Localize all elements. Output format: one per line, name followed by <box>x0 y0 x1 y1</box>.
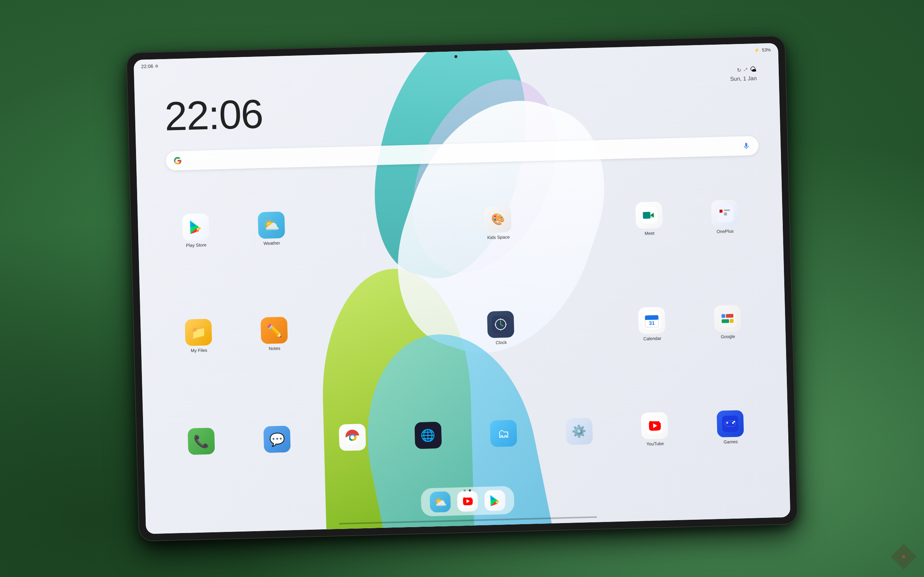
messages-icon: 💬 <box>263 426 291 453</box>
svg-rect-23 <box>722 416 738 432</box>
oneplus-icon <box>711 200 738 227</box>
youtube-icon <box>641 412 668 440</box>
weather-label: Weather <box>263 240 280 246</box>
empty-slot-5 <box>388 278 463 382</box>
weather-widget[interactable]: ↻ -° 🌤 Sun, 1 Jan <box>730 66 757 82</box>
status-right: ⚡ 53% <box>754 47 771 53</box>
empty-slot-4 <box>312 280 387 384</box>
youtube-label: YouTube <box>646 441 664 446</box>
tablet-screen: 22:06 ⚙ ⚡ 53% 22:06 ↻ -° 🌤 Sun, 1 Jan <box>133 43 790 534</box>
settings-icon: ⚙️ <box>565 418 593 445</box>
app-messages[interactable]: 💬 <box>239 387 315 491</box>
weather-date: Sun, 1 Jan <box>730 75 756 82</box>
play-store-label: Play Store <box>186 242 207 248</box>
empty-slot-2 <box>385 172 460 277</box>
svg-rect-13 <box>719 309 737 328</box>
my-files-icon: 📁 <box>185 319 212 346</box>
dock-youtube[interactable] <box>457 490 478 512</box>
battery-percent: 53% <box>762 47 771 53</box>
weather-temp: -° <box>744 67 748 73</box>
kids-space-label: Kids Space <box>487 234 510 240</box>
svg-rect-17 <box>730 319 733 323</box>
svg-text:31: 31 <box>649 320 655 326</box>
app-play-store[interactable]: Play Store <box>158 179 234 283</box>
svg-rect-15 <box>726 314 733 318</box>
google-icon <box>714 305 741 332</box>
dock-weather[interactable]: ⛅ <box>430 491 451 513</box>
svg-rect-16 <box>722 319 729 323</box>
app-phone[interactable]: 📞 <box>164 389 239 493</box>
page-dot-1 <box>464 490 466 492</box>
svg-rect-14 <box>722 314 725 318</box>
weather-icon: ⛅ <box>258 211 285 239</box>
empty-slot-6 <box>539 274 614 378</box>
my-files-label: My Files <box>191 348 207 353</box>
oneplus-label: OnePlus <box>717 228 733 234</box>
weather-row: ↻ -° 🌤 <box>730 66 756 74</box>
status-time: 22:06 <box>141 63 153 69</box>
dock-weather-icon: ⛅ <box>430 491 451 513</box>
app-weather[interactable]: ⛅ Weather <box>234 177 309 281</box>
play-store-icon <box>182 213 210 241</box>
weather-refresh-icon: ↻ <box>737 67 741 73</box>
svg-rect-4 <box>724 210 730 211</box>
watermark <box>891 544 917 570</box>
page-dot-2 <box>468 490 471 492</box>
svg-rect-5 <box>724 213 727 215</box>
calendar-label: Calendar <box>643 336 661 341</box>
app-oneplus[interactable]: OnePlus <box>687 165 762 269</box>
google-label: Google <box>721 334 735 340</box>
clock-label: Clock <box>496 340 507 345</box>
chrome-icon <box>339 424 366 451</box>
app-my-files[interactable]: 📁 My Files <box>161 284 237 388</box>
dock-youtube-icon <box>457 490 478 512</box>
files-icon: 🗂 <box>490 420 517 447</box>
app-google[interactable]: Google <box>690 270 766 374</box>
app-meet[interactable]: Meet <box>612 167 687 271</box>
notes-label: Notes <box>269 346 281 351</box>
watermark-dot <box>902 555 905 558</box>
svg-rect-3 <box>719 210 722 213</box>
bluetooth-icon: ⚡ <box>754 48 759 53</box>
mic-icon[interactable] <box>741 141 751 151</box>
dock-playstore-icon <box>484 490 505 511</box>
kids-space-icon: 🎨 <box>484 205 512 233</box>
clock-widget: 22:06 <box>164 93 263 137</box>
app-youtube[interactable]: YouTube <box>617 377 693 482</box>
clock-time-display: 22:06 <box>164 93 263 137</box>
onedot-icon: 🌐 <box>414 422 442 449</box>
tablet-device: 22:06 ⚙ ⚡ 53% 22:06 ↻ -° 🌤 Sun, 1 Jan <box>127 36 797 541</box>
dock-playstore[interactable] <box>484 490 505 511</box>
app-games[interactable]: Games <box>693 375 768 479</box>
svg-rect-1 <box>643 212 651 219</box>
empty-slot-1 <box>309 175 385 279</box>
app-settings[interactable]: ⚙️ <box>541 379 617 484</box>
empty-slot-3 <box>536 169 611 273</box>
svg-rect-25 <box>727 422 727 424</box>
apps-grid: Play Store ⛅ Weather 🎨 Kids Space <box>155 162 771 497</box>
app-clock[interactable]: Clock <box>463 276 538 380</box>
notes-icon: ✏️ <box>260 317 288 344</box>
calendar-icon: 31 <box>638 307 666 334</box>
page-dots <box>464 490 471 492</box>
app-onedot[interactable]: 🌐 <box>390 384 466 488</box>
phone-icon: 📞 <box>188 428 215 455</box>
meet-label: Meet <box>645 230 654 236</box>
app-chrome[interactable] <box>315 385 390 490</box>
games-label: Games <box>723 439 738 445</box>
google-logo-icon <box>173 156 182 166</box>
app-files[interactable]: 🗂 <box>466 381 541 485</box>
app-notes[interactable]: ✏️ Notes <box>237 282 312 386</box>
games-icon <box>717 410 744 438</box>
weather-sun-icon: 🌤 <box>750 66 756 74</box>
meet-icon <box>635 201 663 229</box>
app-calendar[interactable]: 31 Calendar <box>614 272 690 376</box>
clock-icon <box>487 311 514 338</box>
watermark-shape <box>891 544 917 570</box>
status-gear-icon: ⚙ <box>155 63 158 68</box>
app-kids-space[interactable]: 🎨 Kids Space <box>460 171 536 275</box>
